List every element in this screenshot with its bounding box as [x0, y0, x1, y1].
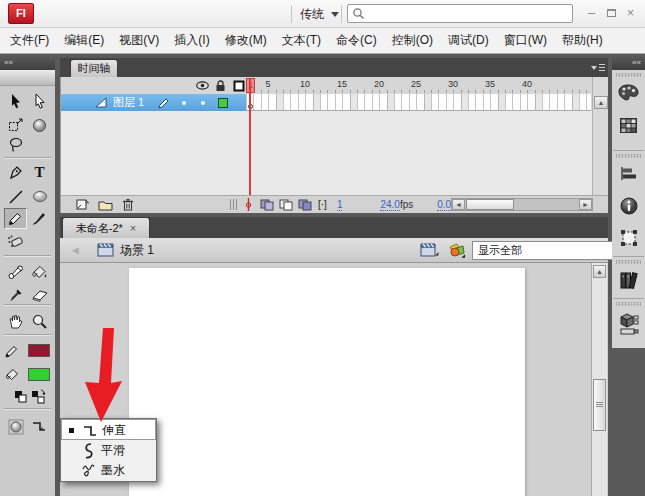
- zoom-tool-button[interactable]: [28, 311, 51, 332]
- info-panel-button[interactable]: [615, 192, 642, 219]
- tools-panel-header[interactable]: ««: [0, 56, 55, 70]
- timeline-panel: 时间轴 1 5 10 15 20 25 30: [60, 58, 608, 213]
- status-drag-handle[interactable]: [230, 199, 237, 210]
- swap-colors-button[interactable]: [31, 389, 46, 404]
- deco-tool-button[interactable]: [4, 231, 27, 252]
- close-button[interactable]: ×: [623, 6, 638, 21]
- document-close-icon[interactable]: ×: [130, 222, 136, 234]
- brush-tool-button[interactable]: [28, 208, 51, 229]
- current-frame-value[interactable]: 1: [337, 199, 343, 211]
- edit-scene-button[interactable]: [420, 243, 439, 258]
- selection-cursor-icon: [9, 94, 23, 109]
- layer-outline-color-swatch[interactable]: [218, 98, 228, 108]
- color-panel-button[interactable]: [615, 79, 642, 106]
- menu-control[interactable]: 控制(O): [392, 32, 433, 49]
- menu-modify[interactable]: 修改(M): [225, 32, 267, 49]
- hand-tool-button[interactable]: [4, 311, 27, 332]
- edit-symbols-button[interactable]: [447, 242, 467, 259]
- document-tab[interactable]: 未命名-2* ×: [62, 217, 150, 238]
- edit-multiple-frames-button[interactable]: [298, 199, 312, 211]
- spray-brush-icon: [7, 235, 24, 249]
- default-colors-button[interactable]: [14, 390, 27, 403]
- menu-file[interactable]: 文件(F): [10, 32, 49, 49]
- menu-item-smooth[interactable]: 平滑: [61, 440, 156, 460]
- eraser-tool-button[interactable]: [28, 285, 51, 306]
- scroll-up-button[interactable]: ▲: [594, 96, 608, 109]
- scroll-up-button[interactable]: ▲: [593, 265, 606, 278]
- scroll-right-button[interactable]: ►: [579, 199, 592, 210]
- lock-layers-button[interactable]: [215, 80, 228, 92]
- panel-menu-button[interactable]: [591, 63, 605, 72]
- layer-lock-dot[interactable]: [201, 101, 205, 105]
- text-tool-button[interactable]: T: [28, 162, 51, 183]
- menu-item-ink[interactable]: 墨水: [61, 460, 156, 480]
- timeline-tab[interactable]: 时间轴: [70, 59, 118, 77]
- gradient-transform-tool-button[interactable]: [28, 115, 51, 136]
- pencil-mode-dropdown-button[interactable]: [28, 416, 51, 437]
- fill-color-swatch[interactable]: [28, 368, 50, 381]
- eyedropper-tool-button[interactable]: [4, 285, 27, 306]
- free-transform-tool-button[interactable]: [4, 115, 27, 136]
- center-frame-button[interactable]: [245, 198, 252, 211]
- search-input[interactable]: [347, 4, 573, 23]
- new-folder-button[interactable]: [98, 199, 113, 211]
- onion-skin-button[interactable]: [260, 199, 274, 211]
- menu-help[interactable]: 帮助(H): [562, 32, 603, 49]
- frame-rate-value[interactable]: 24.0: [380, 199, 399, 211]
- library-panel-button[interactable]: [615, 266, 642, 293]
- layer-visibility-dot[interactable]: [182, 101, 186, 105]
- playhead-line[interactable]: [249, 78, 251, 195]
- oval-tool-button[interactable]: [28, 186, 51, 207]
- menu-window[interactable]: 窗口(W): [504, 32, 547, 49]
- stage-canvas[interactable]: [129, 268, 525, 496]
- timeline-content: 1 5 10 15 20 25 30 35 40 图层 1: [60, 77, 608, 195]
- workspace-switcher[interactable]: 传统: [300, 5, 339, 23]
- new-layer-button[interactable]: [75, 198, 89, 211]
- subselection-cursor-icon: [33, 94, 47, 109]
- stroke-color-swatch[interactable]: [28, 344, 50, 357]
- bone-tool-button[interactable]: [4, 262, 27, 283]
- layer-row[interactable]: 图层 1: [61, 94, 246, 111]
- maximize-button[interactable]: [604, 6, 619, 21]
- edit-symbols-icon: [447, 242, 467, 259]
- pen-tool-button[interactable]: [4, 162, 27, 183]
- elapsed-time-value[interactable]: 0.0: [437, 199, 451, 211]
- timeline-hscrollbar[interactable]: ◄ ►: [451, 198, 593, 211]
- components-panel-button[interactable]: [615, 308, 642, 340]
- paint-bucket-tool-button[interactable]: [28, 262, 51, 283]
- ruler-label-15: 15: [332, 79, 352, 89]
- menu-text[interactable]: 文本(T): [282, 32, 321, 49]
- ruler-label-40: 40: [517, 79, 537, 89]
- object-drawing-toggle[interactable]: [4, 416, 27, 437]
- scene-name[interactable]: 场景 1: [120, 242, 154, 259]
- divider: [4, 157, 51, 159]
- outline-layers-button[interactable]: [233, 80, 246, 92]
- scroll-left-button[interactable]: ◄: [452, 199, 465, 210]
- subselection-tool-button[interactable]: [28, 91, 51, 112]
- pencil-tool-button[interactable]: [4, 208, 27, 229]
- align-panel-button[interactable]: [615, 160, 642, 187]
- vscrollbar-thumb[interactable]: [593, 379, 606, 431]
- show-hide-layers-button[interactable]: [196, 80, 209, 92]
- lasso-tool-button[interactable]: [4, 134, 27, 155]
- minimize-button[interactable]: –: [584, 6, 599, 21]
- hscrollbar-thumb[interactable]: [466, 199, 514, 210]
- modify-markers-button[interactable]: [·]: [318, 199, 327, 210]
- right-dock-header[interactable]: ««: [612, 56, 645, 70]
- menu-debug[interactable]: 调试(D): [448, 32, 489, 49]
- menu-insert[interactable]: 插入(I): [174, 32, 209, 49]
- dock-grip: [616, 73, 641, 77]
- onion-skin-outlines-button[interactable]: [279, 199, 293, 211]
- transform-panel-button[interactable]: [615, 224, 642, 251]
- line-tool-button[interactable]: [4, 186, 27, 207]
- back-arrow-icon[interactable]: ◄: [70, 244, 81, 256]
- delete-layer-button[interactable]: [122, 198, 134, 211]
- selection-tool-button[interactable]: [4, 91, 27, 112]
- arrow-up-icon: ▲: [598, 99, 605, 106]
- menu-commands[interactable]: 命令(C): [336, 32, 377, 49]
- layer-name[interactable]: 图层 1: [113, 95, 144, 110]
- menu-edit[interactable]: 编辑(E): [64, 32, 104, 49]
- frame-grid[interactable]: [246, 94, 591, 111]
- menu-view[interactable]: 视图(V): [119, 32, 159, 49]
- swatches-panel-button[interactable]: [615, 112, 642, 139]
